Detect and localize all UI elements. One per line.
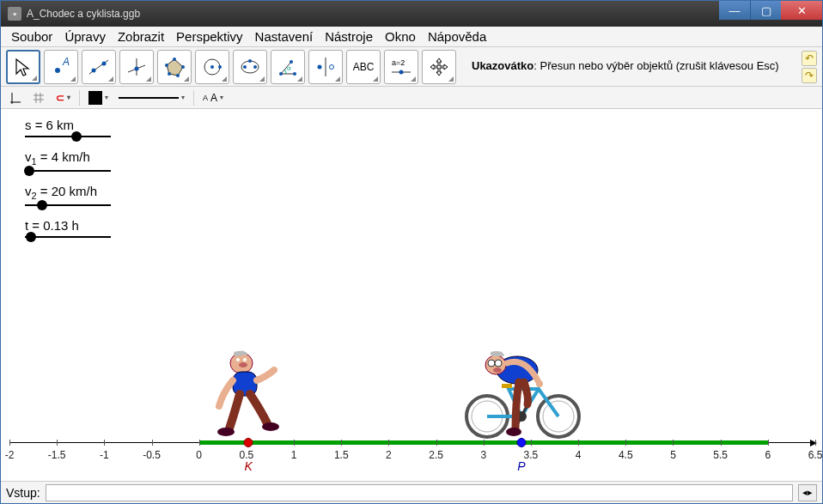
- ellipse-icon: [238, 55, 262, 79]
- text-icon: ABC: [353, 61, 375, 73]
- line-style-picker[interactable]: ▾: [117, 92, 186, 103]
- graphics-view[interactable]: s = 6 km v1 = 4 km/h v2 = 20 km/h t = 0.…: [1, 109, 822, 481]
- axis-tick-label: 6: [765, 449, 771, 461]
- menu-soubor[interactable]: Soubor: [6, 27, 58, 46]
- slider-s[interactable]: s = 6 km: [25, 118, 111, 137]
- tool-point[interactable]: A: [44, 50, 78, 84]
- redo-button[interactable]: ↷: [802, 68, 817, 83]
- slider-v2[interactable]: v2 = 20 km/h: [25, 184, 111, 206]
- axis-tick: [768, 440, 769, 446]
- input-history-button[interactable]: ◂▸: [798, 484, 817, 501]
- svg-point-36: [239, 362, 247, 367]
- perp-line-icon: [125, 55, 149, 79]
- menu-nastaveni[interactable]: Nastavení: [250, 27, 319, 46]
- font-size-picker[interactable]: A A ▾: [201, 90, 225, 106]
- svg-point-19: [253, 65, 257, 69]
- title-bar: ⚬ A_Chodec a cyklista.ggb — ▢ ✕: [1, 1, 822, 27]
- menu-perspektivy[interactable]: Perspektivy: [171, 27, 248, 46]
- svg-point-7: [135, 66, 139, 70]
- svg-point-3: [92, 68, 96, 72]
- slider-t-knob[interactable]: [26, 232, 36, 242]
- svg-point-9: [173, 58, 176, 61]
- axis-tick-label: 2: [386, 449, 392, 461]
- grid-toggle[interactable]: [30, 89, 47, 106]
- axis-tick: [578, 440, 579, 446]
- tool-text[interactable]: ABC: [346, 50, 381, 84]
- input-bar: Vstup: ◂▸: [1, 481, 822, 503]
- tool-move[interactable]: [6, 50, 40, 84]
- close-button[interactable]: ✕: [781, 1, 822, 20]
- maximize-button[interactable]: ▢: [750, 1, 781, 20]
- undo-button[interactable]: ↶: [802, 51, 817, 66]
- axis-tick-label: 5: [670, 449, 676, 461]
- axis-tick: [436, 440, 437, 446]
- menu-nastroje[interactable]: Nástroje: [320, 27, 378, 46]
- magnet-toggle[interactable]: ⊂ ▾: [54, 90, 72, 106]
- tool-move-view[interactable]: [422, 50, 456, 84]
- svg-point-35: [243, 358, 247, 361]
- cyclist-image[interactable]: [457, 346, 586, 440]
- slider-v1[interactable]: v1 = 4 km/h: [25, 149, 111, 172]
- tool-line[interactable]: [82, 50, 116, 84]
- axis-tick: [484, 440, 485, 446]
- tool-help: Ukazovátko: Přesun nebo výběr objektů (z…: [468, 58, 795, 76]
- slider-v2-knob[interactable]: [37, 200, 47, 210]
- tool-slider[interactable]: a=2: [384, 50, 418, 84]
- axis-tick: [57, 440, 58, 446]
- slider-s-knob[interactable]: [71, 131, 82, 142]
- slider-v1-label: v1 = 4 km/h: [25, 149, 111, 167]
- window-controls: — ▢ ✕: [719, 1, 822, 27]
- svg-point-27: [330, 64, 334, 69]
- svg-point-50: [488, 360, 495, 367]
- color-picker[interactable]: ▾: [87, 89, 110, 106]
- axis-tick: [625, 440, 626, 446]
- axis-tick-label: 4: [576, 449, 582, 461]
- tool-polygon[interactable]: [157, 50, 192, 84]
- minimize-button[interactable]: —: [719, 1, 750, 20]
- axis-tick-label: -2: [5, 449, 15, 461]
- svg-point-18: [243, 65, 247, 69]
- axis-tick: [294, 440, 295, 446]
- svg-point-15: [210, 65, 214, 69]
- svg-point-4: [102, 61, 107, 65]
- tool-help-text: : Přesun nebo výběr objektů (zrušit kláv…: [533, 59, 778, 72]
- toolbar: A α ABC: [1, 47, 822, 87]
- menu-okno[interactable]: Okno: [380, 27, 421, 46]
- input-field[interactable]: [46, 484, 793, 501]
- slider-v1-knob[interactable]: [24, 166, 34, 176]
- axis-tick: [199, 440, 200, 446]
- tool-conic[interactable]: [233, 50, 267, 84]
- pedestrian-image[interactable]: [214, 346, 283, 440]
- point-k[interactable]: [244, 438, 253, 447]
- point-k-label: K: [244, 459, 252, 473]
- axis-tick-label: 6.5: [808, 449, 822, 461]
- line-icon: [87, 55, 111, 79]
- axis-tick-label: 5.5: [713, 449, 728, 461]
- axes-toggle[interactable]: [6, 89, 23, 106]
- point-icon: A: [49, 55, 73, 79]
- tool-angle[interactable]: α: [271, 50, 305, 84]
- axis-tick-label: 3.5: [524, 449, 539, 461]
- svg-point-51: [495, 360, 502, 367]
- svg-point-54: [506, 428, 521, 436]
- slider-t[interactable]: t = 0.13 h: [25, 218, 111, 238]
- tool-circle[interactable]: [195, 50, 229, 84]
- cursor-icon: [13, 57, 34, 77]
- menu-napoveda[interactable]: Nápověda: [423, 27, 491, 46]
- axis-tick-label: 2.5: [429, 449, 443, 461]
- svg-point-30: [399, 70, 404, 74]
- tool-perpendicular[interactable]: [119, 50, 154, 84]
- menu-upravy[interactable]: Úpravy: [59, 27, 111, 46]
- point-p[interactable]: [516, 438, 526, 447]
- axis-tick: [388, 440, 389, 446]
- tool-reflect[interactable]: [308, 50, 343, 84]
- axis-tick-label: -1.5: [48, 449, 66, 461]
- axis-tick-label: 1.5: [334, 449, 349, 461]
- tool-help-title: Ukazovátko: [472, 59, 533, 72]
- axis-tick: [9, 440, 10, 446]
- move-view-icon: [429, 57, 449, 77]
- svg-point-23: [293, 72, 296, 76]
- svg-point-34: [236, 358, 240, 361]
- menu-zobrazit[interactable]: Zobrazit: [113, 27, 169, 46]
- axis-tick: [721, 440, 722, 446]
